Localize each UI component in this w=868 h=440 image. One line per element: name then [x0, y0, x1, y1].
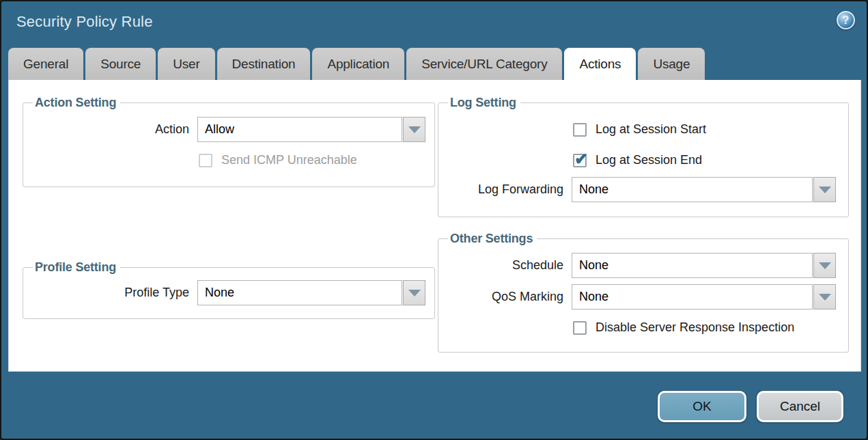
profile-type-dropdown-button[interactable]: [403, 280, 425, 305]
log-at-session-end-checkbox[interactable]: [573, 154, 587, 167]
tab-label: Actions: [579, 57, 621, 72]
tab-source[interactable]: Source: [85, 48, 156, 80]
tab-actions[interactable]: Actions: [564, 48, 636, 80]
cancel-button[interactable]: Cancel: [757, 391, 843, 422]
tab-usage[interactable]: Usage: [638, 48, 705, 80]
qos-marking-label: QoS Marking: [447, 290, 572, 304]
tab-application[interactable]: Application: [312, 48, 404, 80]
log-session-end-row: Log at Session End: [447, 153, 840, 167]
log-at-session-start-checkbox[interactable]: [573, 123, 587, 137]
tab-label: User: [173, 57, 199, 72]
action-dropdown-value: Allow: [197, 117, 402, 142]
profile-setting-legend: Profile Setting: [33, 260, 120, 275]
tab-label: Source: [100, 57, 141, 72]
icmp-unreachable-row: Send ICMP Unreachable: [31, 153, 426, 167]
tab-label: Destination: [232, 57, 296, 72]
schedule-dropdown-button[interactable]: [813, 253, 836, 278]
send-icmp-unreachable-checkbox[interactable]: [199, 154, 212, 167]
security-policy-rule-dialog: Security Policy Rule ? General Source Us…: [0, 0, 868, 440]
tab-bar: General Source User Destination Applicat…: [8, 48, 705, 80]
disable-server-response-inspection-label: Disable Server Response Inspection: [596, 320, 794, 335]
chevron-down-icon: [408, 126, 421, 133]
chevron-down-icon: [819, 187, 831, 193]
tab-user[interactable]: User: [158, 48, 214, 80]
profile-type-dropdown-value: None: [197, 280, 402, 305]
tab-service-url-category[interactable]: Service/URL Category: [406, 48, 562, 80]
tab-general[interactable]: General: [8, 48, 83, 80]
help-icon-glyph: ?: [843, 14, 850, 27]
disable-server-response-inspection-checkbox[interactable]: [573, 321, 587, 335]
action-setting-group: Action Setting Action Allow Send ICMP Un…: [23, 96, 435, 187]
tab-label: Usage: [653, 57, 690, 72]
log-forwarding-dropdown-value: None: [572, 177, 813, 202]
chevron-down-icon: [819, 294, 831, 301]
log-setting-group: Log Setting Log at Session Start Log at …: [438, 96, 849, 217]
dialog-footer: OK Cancel: [658, 391, 843, 422]
tab-label: Service/URL Category: [421, 57, 547, 72]
dialog-title: Security Policy Rule: [16, 13, 153, 31]
tab-label: General: [23, 57, 68, 72]
qos-marking-dropdown[interactable]: None: [572, 284, 836, 310]
chevron-down-icon: [819, 262, 831, 269]
log-session-start-row: Log at Session Start: [447, 122, 840, 137]
log-forwarding-dropdown-button[interactable]: [813, 177, 836, 202]
log-forwarding-dropdown[interactable]: None: [572, 177, 836, 202]
action-dropdown[interactable]: Allow: [197, 117, 425, 142]
profile-type-dropdown[interactable]: None: [197, 280, 425, 305]
schedule-dropdown[interactable]: None: [572, 253, 836, 278]
ok-button[interactable]: OK: [658, 391, 746, 422]
action-setting-legend: Action Setting: [33, 96, 120, 110]
actions-tab-panel: Action Setting Action Allow Send ICMP Un…: [8, 80, 861, 372]
dsri-row: Disable Server Response Inspection: [447, 320, 840, 335]
qos-marking-dropdown-value: None: [572, 284, 813, 310]
schedule-label: Schedule: [447, 258, 572, 273]
send-icmp-unreachable-label: Send ICMP Unreachable: [221, 153, 357, 167]
schedule-dropdown-value: None: [572, 253, 813, 278]
action-label: Action: [31, 122, 197, 137]
log-forwarding-label: Log Forwarding: [447, 182, 572, 197]
other-settings-group: Other Settings Schedule None QoS Marking…: [438, 232, 849, 353]
tab-destination[interactable]: Destination: [217, 48, 311, 80]
chevron-down-icon: [408, 290, 421, 297]
profile-type-label: Profile Type: [31, 286, 197, 300]
action-dropdown-button[interactable]: [403, 117, 425, 142]
tab-label: Application: [327, 57, 389, 72]
log-at-session-start-label: Log at Session Start: [596, 122, 706, 137]
log-at-session-end-label: Log at Session End: [596, 153, 702, 167]
log-setting-legend: Log Setting: [448, 96, 520, 110]
other-settings-legend: Other Settings: [448, 232, 537, 246]
help-icon[interactable]: ?: [837, 11, 855, 29]
qos-marking-dropdown-button[interactable]: [813, 284, 836, 310]
profile-setting-group: Profile Setting Profile Type None: [23, 260, 435, 319]
